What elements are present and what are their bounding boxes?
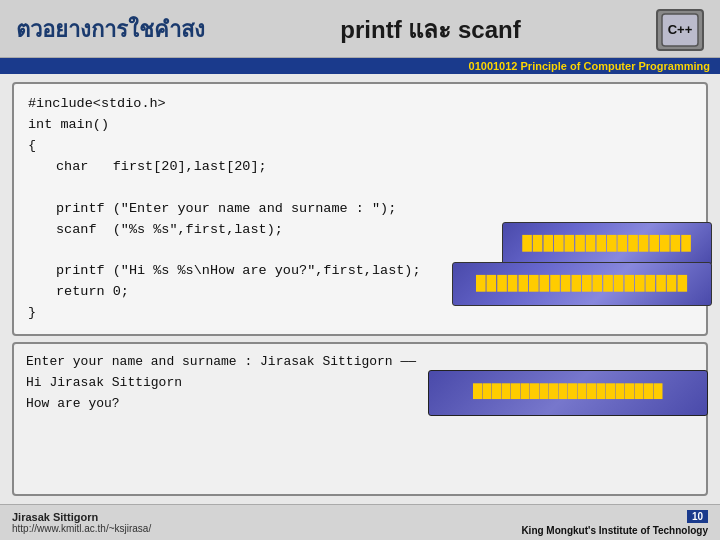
- code-line-5: printf ("Enter your name and surname : "…: [28, 199, 692, 220]
- title-thai: ตวอยางการใชคำสง: [16, 12, 205, 47]
- header-left: ตวอยางการใชคำสง: [16, 12, 205, 47]
- slide: ตวอยางการใชคำสง printf และ scanf C++ 010…: [0, 0, 720, 540]
- code-line-1: int main(): [28, 115, 692, 136]
- code-box: #include<stdio.h> int main() { char firs…: [12, 82, 708, 336]
- footer-right: 10 King Mongkut's Institute of Technolog…: [521, 510, 708, 536]
- code-line-blank1: [28, 178, 692, 199]
- code-line-2: {: [28, 136, 692, 157]
- code-line-10: }: [28, 303, 692, 324]
- footer-name: Jirasak Sittigorn: [12, 511, 151, 523]
- header-title-main: printf และ scanf: [205, 10, 656, 49]
- subtitle-banner: 01001012 Principle of Computer Programmi…: [0, 58, 720, 74]
- code-line-0: #include<stdio.h>: [28, 94, 692, 115]
- footer-page-number: 10: [687, 510, 708, 523]
- svg-text:C++: C++: [668, 22, 693, 37]
- output-censor-block: ████████████████████: [428, 370, 708, 416]
- footer-left: Jirasak Sittigorn http://www.kmitl.ac.th…: [12, 511, 151, 534]
- footer: Jirasak Sittigorn http://www.kmitl.ac.th…: [0, 504, 720, 540]
- header: ตวอยางการใชคำสง printf และ scanf C++: [0, 0, 720, 58]
- censor-block-1: ████████████████: [502, 222, 712, 266]
- output-box: Enter your name and surname : Jirasak Si…: [12, 342, 708, 496]
- footer-institution: King Mongkut's Institute of Technology: [521, 525, 708, 536]
- censor-text-2: ████████████████████: [476, 272, 688, 297]
- censor-text-1: ████████████████: [522, 232, 692, 257]
- footer-url: http://www.kmitl.ac.th/~ksjirasa/: [12, 523, 151, 534]
- language-icon: C++: [656, 9, 704, 51]
- main-content: #include<stdio.h> int main() { char firs…: [0, 74, 720, 504]
- censor-block-2: ████████████████████: [452, 262, 712, 306]
- code-line-3: char first[20],last[20];: [28, 157, 692, 178]
- output-censor-text: ████████████████████: [467, 381, 669, 405]
